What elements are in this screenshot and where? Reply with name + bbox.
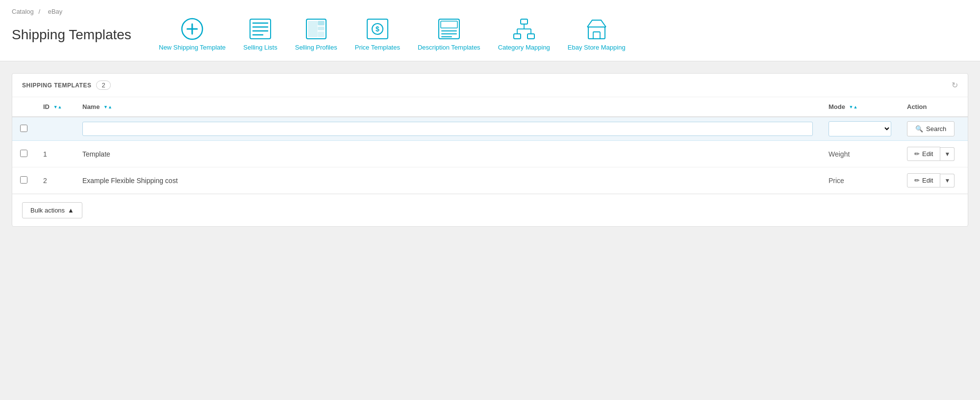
row1-edit-label: Edit [922, 150, 933, 158]
filter-checkbox-cell [12, 117, 35, 141]
svg-text:$: $ [376, 25, 379, 33]
checkbox-header [12, 97, 35, 117]
nav-selling-profiles[interactable]: Selling Profiles [295, 18, 337, 51]
filter-row: Weight Price 🔍 Search [12, 117, 968, 141]
row1-edit-group: ✏ Edit ▼ [907, 147, 960, 161]
category-icon [512, 18, 536, 40]
shipping-templates-panel: SHIPPING TEMPLATES 2 ↻ ID ▼▲ Name ▼▲ Mod… [12, 73, 968, 227]
row1-checkbox[interactable] [20, 150, 27, 157]
list-icon [249, 18, 272, 40]
panel-footer: Bulk actions ▲ [12, 194, 968, 226]
row1-name: Template [75, 141, 821, 167]
pencil-icon: ✏ [914, 150, 920, 158]
name-sort-icon[interactable]: ▼▲ [103, 105, 112, 109]
nav-selling-profiles-label: Selling Profiles [295, 44, 337, 51]
price-icon: $ [366, 18, 389, 40]
nav-selling-lists-label: Selling Lists [243, 44, 277, 51]
search-button[interactable]: 🔍 Search [907, 121, 955, 136]
panel-title-text: SHIPPING TEMPLATES [22, 82, 91, 89]
id-column-header[interactable]: ID ▼▲ [35, 97, 75, 117]
refresh-icon[interactable]: ↻ [952, 80, 958, 90]
row2-edit-dropdown[interactable]: ▼ [940, 174, 955, 187]
mode-filter-select[interactable]: Weight Price [829, 121, 891, 136]
mode-sort-icon[interactable]: ▼▲ [849, 105, 858, 109]
nav-description-templates[interactable]: Description Templates [418, 18, 480, 51]
bulk-actions-button[interactable]: Bulk actions ▲ [22, 202, 82, 218]
svg-rect-28 [588, 27, 605, 39]
count-badge: 2 [96, 80, 111, 90]
row2-edit-button[interactable]: ✏ Edit [907, 173, 940, 187]
svg-rect-21 [521, 19, 528, 24]
nav-actions: New Shipping Template Selling Lists [159, 18, 626, 51]
svg-rect-11 [318, 27, 324, 30]
row1-edit-dropdown[interactable]: ▼ [940, 147, 955, 161]
pencil-icon: ✏ [914, 177, 920, 184]
main-content: SHIPPING TEMPLATES 2 ↻ ID ▼▲ Name ▼▲ Mod… [0, 61, 980, 239]
svg-rect-3 [250, 19, 271, 39]
nav-category-mapping[interactable]: Category Mapping [498, 18, 550, 51]
action-column-header: Action [899, 97, 968, 117]
profile-icon [304, 18, 328, 40]
mode-column-header[interactable]: Mode ▼▲ [821, 97, 899, 117]
row2-name: Example Flexible Shipping cost [75, 167, 821, 194]
search-icon: 🔍 [915, 125, 923, 133]
row2-id: 2 [35, 167, 75, 194]
panel-title: SHIPPING TEMPLATES 2 [22, 80, 111, 90]
bulk-actions-arrow-icon: ▲ [68, 207, 74, 214]
mode-filter-cell: Weight Price [821, 117, 899, 141]
plus-circle-icon [180, 18, 204, 40]
name-filter-cell [75, 117, 821, 141]
row1-edit-button[interactable]: ✏ Edit [907, 147, 940, 161]
table-row: 2 Example Flexible Shipping cost Price ✏… [12, 167, 968, 194]
nav-category-mapping-label: Category Mapping [498, 44, 550, 51]
page-title: Shipping Templates [12, 27, 139, 43]
svg-rect-30 [593, 32, 600, 39]
breadcrumb: Catalog / eBay [12, 8, 968, 15]
svg-rect-22 [514, 34, 521, 39]
svg-rect-9 [308, 21, 317, 37]
row1-mode: Weight [821, 141, 899, 167]
svg-rect-10 [318, 21, 324, 25]
nav-new-shipping-template[interactable]: New Shipping Template [159, 18, 226, 51]
nav-selling-lists[interactable]: Selling Lists [243, 18, 277, 51]
nav-price-templates[interactable]: $ Price Templates [355, 18, 400, 51]
name-column-header[interactable]: Name ▼▲ [75, 97, 821, 117]
search-label: Search [926, 125, 946, 133]
table-row: 1 Template Weight ✏ Edit ▼ [12, 141, 968, 167]
row1-checkbox-cell [12, 141, 35, 167]
store-icon [585, 18, 608, 40]
name-filter-input[interactable] [82, 122, 813, 136]
nav-description-templates-label: Description Templates [418, 44, 480, 51]
shipping-templates-table: ID ▼▲ Name ▼▲ Mode ▼▲ Action [12, 97, 968, 194]
id-filter-cell [35, 117, 75, 141]
row2-mode: Price [821, 167, 899, 194]
row1-id: 1 [35, 141, 75, 167]
nav-price-templates-label: Price Templates [355, 44, 400, 51]
svg-rect-23 [528, 34, 534, 39]
description-icon [437, 18, 461, 40]
bulk-actions-label: Bulk actions [30, 207, 65, 214]
breadcrumb-separator: / [38, 8, 40, 15]
id-sort-icon[interactable]: ▼▲ [53, 105, 62, 109]
breadcrumb-ebay: eBay [48, 8, 63, 15]
svg-rect-17 [441, 21, 457, 28]
nav-ebay-store-mapping-label: Ebay Store Mapping [568, 44, 626, 51]
row2-checkbox[interactable] [20, 176, 27, 184]
row2-checkbox-cell [12, 167, 35, 194]
panel-header: SHIPPING TEMPLATES 2 ↻ [12, 74, 968, 97]
row2-edit-group: ✏ Edit ▼ [907, 173, 960, 187]
row2-edit-label: Edit [922, 177, 933, 184]
page-header: Catalog / eBay Shipping Templates New Sh… [0, 0, 980, 61]
row1-action: ✏ Edit ▼ [899, 141, 968, 167]
svg-rect-12 [318, 32, 324, 37]
svg-rect-16 [439, 19, 459, 39]
row2-action: ✏ Edit ▼ [899, 167, 968, 194]
breadcrumb-catalog[interactable]: Catalog [12, 8, 34, 15]
search-action-cell: 🔍 Search [899, 117, 968, 141]
nav-new-shipping-template-label: New Shipping Template [159, 44, 226, 51]
select-all-checkbox[interactable] [20, 125, 27, 132]
nav-ebay-store-mapping[interactable]: Ebay Store Mapping [568, 18, 626, 51]
